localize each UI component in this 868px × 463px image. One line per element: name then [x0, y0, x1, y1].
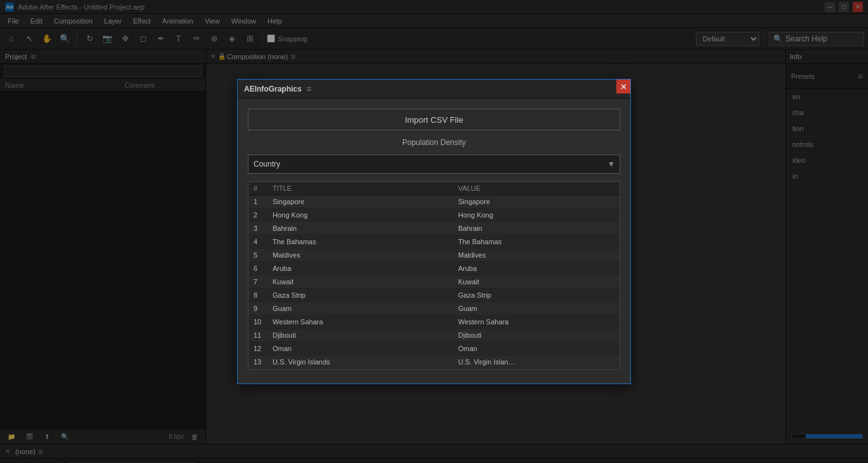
cell-value: Maldives [453, 249, 620, 262]
cell-num: 1 [248, 195, 268, 209]
country-dropdown-row: Country ▼ [248, 155, 620, 174]
cell-value: Singapore [453, 195, 620, 209]
modal-overlay: ✕ AEInfoGraphics ≡ Import CSV File Popul… [0, 0, 868, 463]
table-row[interactable]: 13 U.S. Virgin Islands U.S. Virgin Islan… [248, 356, 620, 369]
cell-value: Kuwait [453, 275, 620, 289]
plugin-name: AEInfoGraphics [244, 85, 302, 93]
table-row[interactable]: 6 Aruba Aruba [248, 262, 620, 275]
cell-num: 3 [248, 222, 268, 235]
table-row[interactable]: 1 Singapore Singapore [248, 195, 620, 209]
cell-num: 2 [248, 209, 268, 222]
cell-title: Hong Kong [268, 209, 453, 222]
cell-num: 7 [248, 275, 268, 289]
cell-title: Singapore [268, 195, 453, 209]
table-row[interactable]: 10 Western Sahara Western Sahara [248, 315, 620, 329]
table-body: 1 Singapore Singapore 2 Hong Kong Hong K… [248, 195, 620, 369]
cell-title: U.S. Virgin Islands [268, 356, 453, 369]
modal-dialog: ✕ AEInfoGraphics ≡ Import CSV File Popul… [237, 79, 631, 384]
modal-body: Import CSV File Population Density Count… [238, 99, 630, 380]
col-num-header: # [248, 182, 268, 195]
cell-num: 5 [248, 249, 268, 262]
section-label: Population Density [248, 138, 620, 147]
table-row[interactable]: 8 Gaza Strip Gaza Strip [248, 289, 620, 302]
country-dropdown[interactable]: Country [248, 155, 620, 174]
data-table-container[interactable]: # TITLE VALUE 1 Singapore Singapore 2 Ho… [248, 181, 620, 370]
cell-value: Gaza Strip [453, 289, 620, 302]
cell-title: Bahrain [268, 222, 453, 235]
cell-title: Guam [268, 302, 453, 315]
cell-num: 6 [248, 262, 268, 275]
cell-num: 12 [248, 342, 268, 356]
table-header-row: # TITLE VALUE [248, 182, 620, 195]
plugin-menu-icon[interactable]: ≡ [307, 85, 311, 93]
cell-value: Djibouti [453, 329, 620, 342]
cell-num: 11 [248, 329, 268, 342]
cell-title: Western Sahara [268, 315, 453, 329]
table-row[interactable]: 3 Bahrain Bahrain [248, 222, 620, 235]
cell-title: Djibouti [268, 329, 453, 342]
table-row[interactable]: 2 Hong Kong Hong Kong [248, 209, 620, 222]
modal-close-button[interactable]: ✕ [616, 79, 630, 93]
col-value-header: VALUE [453, 182, 620, 195]
cell-value: Oman [453, 342, 620, 356]
modal-plugin-header: AEInfoGraphics ≡ [238, 79, 630, 99]
cell-title: Gaza Strip [268, 289, 453, 302]
table-row[interactable]: 9 Guam Guam [248, 302, 620, 315]
cell-value: The Bahamas [453, 235, 620, 249]
cell-value: Western Sahara [453, 315, 620, 329]
cell-title: Kuwait [268, 275, 453, 289]
import-csv-button[interactable]: Import CSV File [248, 109, 620, 130]
cell-num: 13 [248, 356, 268, 369]
cell-num: 9 [248, 302, 268, 315]
cell-title: The Bahamas [268, 235, 453, 249]
col-title-header: TITLE [268, 182, 453, 195]
table-row[interactable]: 5 Maldives Maldives [248, 249, 620, 262]
table-row[interactable]: 12 Oman Oman [248, 342, 620, 356]
table-row[interactable]: 11 Djibouti Djibouti [248, 329, 620, 342]
cell-num: 10 [248, 315, 268, 329]
cell-value: Hong Kong [453, 209, 620, 222]
cell-value: Guam [453, 302, 620, 315]
cell-title: Oman [268, 342, 453, 356]
data-table: # TITLE VALUE 1 Singapore Singapore 2 Ho… [248, 182, 620, 369]
cell-num: 8 [248, 289, 268, 302]
cell-title: Aruba [268, 262, 453, 275]
cell-value: Aruba [453, 262, 620, 275]
table-row[interactable]: 4 The Bahamas The Bahamas [248, 235, 620, 249]
cell-value: Bahrain [453, 222, 620, 235]
cell-title: Maldives [268, 249, 453, 262]
cell-num: 4 [248, 235, 268, 249]
table-row[interactable]: 7 Kuwait Kuwait [248, 275, 620, 289]
cell-value: U.S. Virgin Islan… [453, 356, 620, 369]
